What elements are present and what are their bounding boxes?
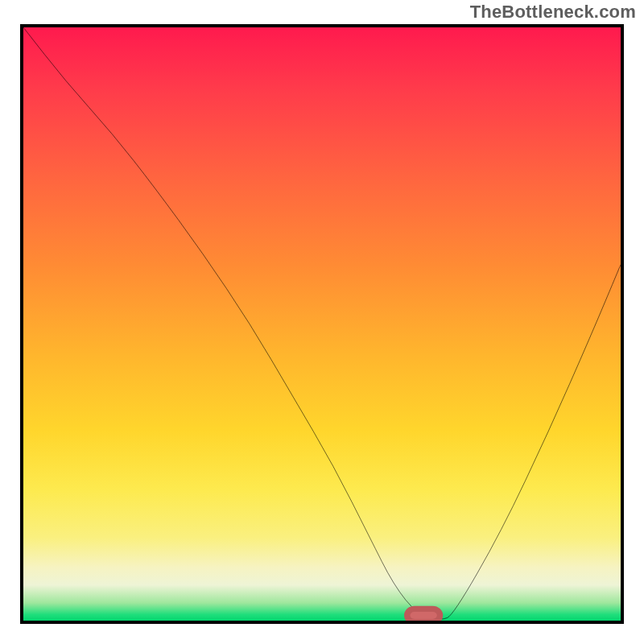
bottleneck-curve xyxy=(23,27,621,621)
attribution-label: TheBottleneck.com xyxy=(470,2,636,23)
optimal-marker xyxy=(407,609,440,621)
chart-container: TheBottleneck.com xyxy=(0,0,644,644)
plot-area xyxy=(20,24,624,624)
